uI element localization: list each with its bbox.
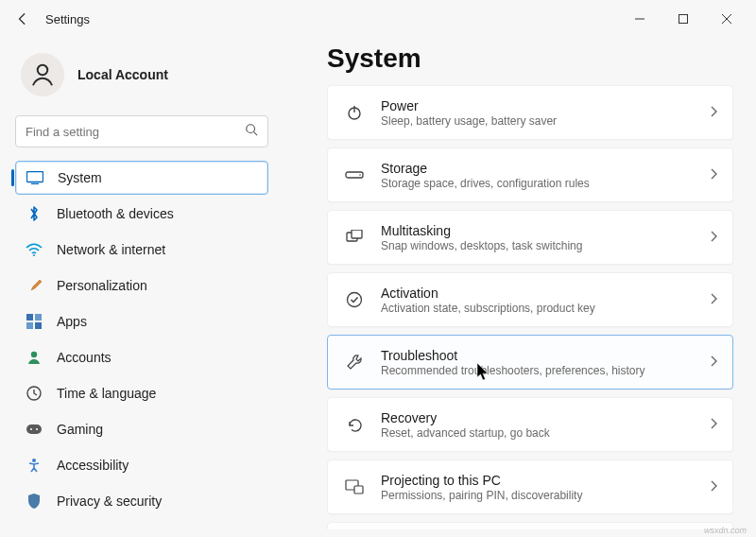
nav-bluetooth[interactable]: Bluetooth & devices [15,197,268,231]
svg-rect-8 [26,314,33,320]
card-title: Power [381,98,695,113]
card-sub: Snap windows, desktops, task switching [381,239,695,252]
card-sub: Sleep, battery usage, battery saver [381,114,695,128]
svg-rect-5 [27,172,43,182]
svg-point-17 [32,459,36,462]
user-icon [28,61,57,89]
nav-network[interactable]: Network & internet [15,233,268,267]
bluetooth-icon [25,204,43,223]
brush-icon [25,276,43,295]
svg-rect-10 [26,322,33,329]
system-icon [26,168,44,187]
accessibility-icon [25,456,43,475]
card-troubleshoot[interactable]: TroubleshootRecommended troubleshooters,… [327,335,733,390]
svg-rect-14 [26,424,42,434]
svg-point-3 [247,125,255,133]
card-title: Recovery [381,410,695,425]
nav-label: Accounts [57,350,112,365]
maximize-icon [678,13,689,25]
apps-icon [25,312,43,331]
svg-point-7 [33,254,35,256]
svg-point-24 [348,293,362,307]
card-power[interactable]: PowerSleep, battery usage, battery saver [327,85,733,140]
clock-icon [25,384,43,403]
recovery-icon [343,417,366,432]
nav-label: Bluetooth & devices [57,206,174,221]
power-icon [343,104,366,121]
wifi-icon [25,240,43,259]
search-box[interactable] [15,115,268,147]
nav-time[interactable]: Time & language [15,376,268,410]
nav-gaming[interactable]: Gaming [15,412,268,446]
project-icon [343,479,366,494]
card-storage[interactable]: StorageStorage space, drives, configurat… [327,147,733,202]
card-remote-desktop[interactable]: Remote Desktop [327,522,733,529]
maximize-button[interactable] [662,4,705,34]
nav-label: Personalization [57,278,147,293]
watermark: wsxdn.com [704,526,747,535]
svg-point-21 [359,174,361,176]
svg-point-2 [38,65,48,76]
nav-label: Time & language [57,386,156,401]
multitask-icon [343,230,366,245]
chevron-right-icon [710,166,717,183]
activation-icon [343,291,366,308]
chevron-right-icon [710,478,717,495]
nav-accessibility[interactable]: Accessibility [15,448,268,482]
nav-personalization[interactable]: Personalization [15,268,268,303]
card-sub: Reset, advanced startup, go back [381,426,695,440]
svg-rect-9 [35,314,42,320]
nav-privacy[interactable]: Privacy & security [15,484,268,518]
shield-icon [25,492,43,511]
back-button[interactable] [8,4,38,34]
chevron-right-icon [710,104,717,121]
svg-rect-26 [354,486,363,494]
nav-system[interactable]: System [15,161,268,195]
card-title: Storage [381,161,695,176]
nav-label: Network & internet [57,242,165,257]
chevron-right-icon [710,416,717,433]
accounts-icon [25,348,43,367]
card-recovery[interactable]: RecoveryReset, advanced startup, go back [327,397,733,452]
nav: System Bluetooth & devices Network & int… [15,161,268,529]
svg-point-15 [30,428,32,430]
card-title: Projecting to this PC [381,473,695,488]
svg-rect-11 [35,322,42,329]
card-title: Troubleshoot [381,348,695,363]
card-sub: Activation state, subscriptions, product… [381,302,695,315]
svg-rect-23 [352,230,362,238]
card-projecting[interactable]: Projecting to this PCPermissions, pairin… [327,459,733,514]
card-sub: Storage space, drives, configuration rul… [381,177,695,190]
page-title: System [327,43,733,74]
search-icon [245,123,258,140]
cursor-icon [477,363,490,382]
back-icon [16,12,29,26]
nav-label: System [58,170,102,185]
svg-line-4 [254,132,258,136]
card-sub: Recommended troubleshooters, preferences… [381,364,695,377]
close-icon [721,13,732,25]
nav-apps[interactable]: Apps [15,304,268,338]
account-name: Local Account [77,67,168,82]
nav-label: Privacy & security [57,494,162,509]
svg-rect-1 [679,15,688,24]
minimize-icon [634,13,645,25]
storage-icon [343,170,366,180]
close-button[interactable] [705,4,748,34]
card-sub: Permissions, pairing PIN, discoverabilit… [381,489,695,502]
nav-update[interactable]: Windows Update [15,520,268,529]
avatar [21,53,64,96]
card-title: Multitasking [381,223,695,238]
card-title: Activation [381,286,695,301]
minimize-button[interactable] [618,4,662,34]
nav-label: Gaming [57,422,103,437]
chevron-right-icon [710,354,717,371]
nav-accounts[interactable]: Accounts [15,340,268,374]
nav-label: Accessibility [57,458,129,473]
gaming-icon [25,420,43,439]
card-activation[interactable]: ActivationActivation state, subscription… [327,272,733,327]
search-input[interactable] [26,125,245,139]
card-multitasking[interactable]: MultitaskingSnap windows, desktops, task… [327,210,733,265]
nav-label: Apps [57,314,87,329]
account-section[interactable]: Local Account [15,45,268,115]
